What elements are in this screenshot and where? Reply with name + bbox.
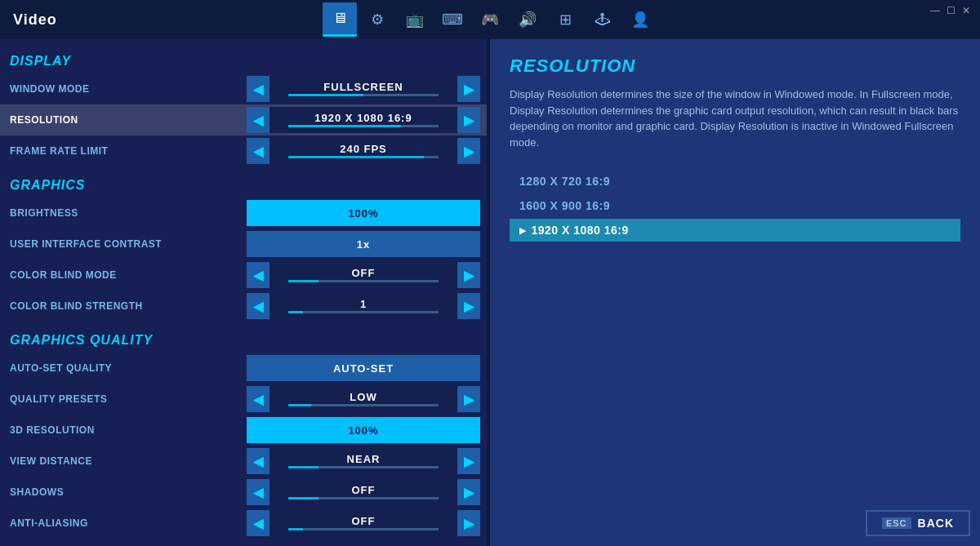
color-blind-strength-next[interactable]: ▶: [457, 293, 480, 319]
resolution-option-1[interactable]: 1600 X 900 16:9: [510, 194, 960, 217]
quality-presets-value-box: LOW: [270, 386, 457, 412]
color-blind-mode-value: OFF: [352, 268, 376, 278]
right-panel: RESOLUTION Display Resolution determines…: [490, 39, 980, 546]
shadows-label: SHADOWS: [10, 486, 247, 498]
color-blind-strength-prev[interactable]: ◀: [247, 293, 270, 319]
resolution-prev[interactable]: ◀: [247, 107, 270, 133]
anti-aliasing-control: ◀ OFF ▶: [247, 510, 480, 536]
shadows-next[interactable]: ▶: [457, 479, 480, 505]
setting-3d-resolution: 3D RESOLUTION 100%: [0, 415, 487, 446]
color-blind-mode-prev[interactable]: ◀: [247, 262, 270, 288]
anti-aliasing-value: OFF: [352, 516, 376, 526]
section-gfx-quality-header: GRAPHICS QUALITY: [0, 328, 487, 353]
back-button[interactable]: ESC BACK: [866, 510, 970, 536]
nav-display[interactable]: 📺: [398, 2, 432, 37]
resolution-value-box: 1920 X 1080 16:9: [270, 107, 457, 133]
resolution-label: RESOLUTION: [10, 114, 247, 126]
brightness-label: BRIGHTNESS: [10, 207, 247, 219]
setting-shadows: SHADOWS ◀ OFF ▶: [0, 477, 487, 508]
nav-gamepad[interactable]: 🕹: [586, 2, 620, 37]
setting-color-blind-mode: COLOR BLIND MODE ◀ OFF ▶: [0, 260, 487, 291]
minimize-button[interactable]: —: [930, 5, 940, 16]
window-mode-label: WINDOW MODE: [10, 83, 247, 95]
shadows-control: ◀ OFF ▶: [247, 479, 480, 505]
nav-audio[interactable]: 🔊: [510, 2, 545, 37]
resolution-next[interactable]: ▶: [457, 107, 480, 133]
quality-presets-prev[interactable]: ◀: [247, 386, 270, 412]
maximize-button[interactable]: ☐: [947, 5, 956, 16]
color-blind-strength-value-box: 1: [270, 293, 457, 319]
anti-aliasing-label: ANTI-ALIASING: [10, 517, 247, 529]
color-blind-strength-value: 1: [360, 299, 367, 309]
color-blind-strength-control: ◀ 1 ▶: [247, 293, 480, 319]
esc-label: ESC: [882, 517, 911, 529]
nav-keyboard[interactable]: ⌨: [435, 2, 470, 37]
setting-auto-quality: AUTO-SET QUALITY AUTO-SET: [0, 353, 487, 384]
close-button[interactable]: ✕: [962, 5, 970, 16]
setting-color-blind-strength: COLOR BLIND STRENGTH ◀ 1 ▶: [0, 291, 487, 322]
quality-presets-next[interactable]: ▶: [457, 386, 480, 412]
window-mode-value: FULLSCREEN: [323, 82, 403, 92]
resolution-panel-title: RESOLUTION: [510, 55, 960, 77]
quality-presets-label: QUALITY PRESETS: [10, 393, 247, 405]
frame-rate-next[interactable]: ▶: [457, 138, 480, 164]
color-blind-mode-next[interactable]: ▶: [457, 262, 480, 288]
left-panel: DISPLAY WINDOW MODE ◀ FULLSCREEN ▶ RESOL…: [0, 39, 490, 546]
view-distance-value-box: NEAR: [270, 448, 457, 474]
ui-contrast-label: USER INTERFACE CONTRAST: [10, 238, 247, 250]
window-controls: — ☐ ✕: [930, 5, 970, 16]
view-distance-control: ◀ NEAR ▶: [247, 448, 480, 474]
ui-contrast-control: 1x: [247, 231, 480, 257]
resolution-control: ◀ 1920 X 1080 16:9 ▶: [247, 107, 480, 133]
section-display-header: DISPLAY: [0, 49, 487, 73]
quality-presets-control: ◀ LOW ▶: [247, 386, 480, 412]
setting-frame-rate: FRAME RATE LIMIT ◀ 240 FPS ▶: [0, 135, 487, 166]
title-bar: Video 🖥 ⚙ 📺 ⌨ 🎮 🔊 ⊞ 🕹 👤 — ☐ ✕: [0, 0, 980, 39]
page-title: Video: [13, 11, 57, 29]
frame-rate-value: 240 FPS: [340, 144, 387, 154]
window-mode-next[interactable]: ▶: [457, 76, 480, 102]
frame-rate-value-box: 240 FPS: [270, 138, 457, 164]
view-distance-prev[interactable]: ◀: [247, 448, 270, 474]
nav-icons: 🖥 ⚙ 📺 ⌨ 🎮 🔊 ⊞ 🕹 👤: [323, 2, 657, 37]
setting-quality-presets: QUALITY PRESETS ◀ LOW ▶: [0, 384, 487, 415]
brightness-value[interactable]: 100%: [247, 200, 480, 226]
nav-monitor[interactable]: 🖥: [323, 2, 357, 37]
auto-quality-value[interactable]: AUTO-SET: [247, 355, 480, 381]
resolution-option-2[interactable]: 1920 X 1080 16:9: [510, 219, 960, 242]
nav-user[interactable]: 👤: [623, 2, 657, 37]
frame-rate-control: ◀ 240 FPS ▶: [247, 138, 480, 164]
shadows-prev[interactable]: ◀: [247, 479, 270, 505]
nav-network[interactable]: ⊞: [548, 2, 582, 37]
setting-view-distance: VIEW DISTANCE ◀ NEAR ▶: [0, 446, 487, 477]
brightness-control: 100%: [247, 200, 480, 226]
setting-ui-contrast: USER INTERFACE CONTRAST 1x: [0, 229, 487, 260]
setting-resolution: RESOLUTION ◀ 1920 X 1080 16:9 ▶: [0, 104, 487, 135]
setting-brightness: BRIGHTNESS 100%: [0, 198, 487, 229]
color-blind-mode-label: COLOR BLIND MODE: [10, 269, 247, 281]
resolution-panel-description: Display Resolution determines the size o…: [510, 87, 960, 150]
frame-rate-label: FRAME RATE LIMIT: [10, 145, 247, 157]
window-mode-value-box: FULLSCREEN: [270, 76, 457, 102]
3d-resolution-control: 100%: [247, 417, 480, 443]
color-blind-strength-label: COLOR BLIND STRENGTH: [10, 300, 247, 312]
setting-window-mode: WINDOW MODE ◀ FULLSCREEN ▶: [0, 73, 487, 104]
shadows-value-box: OFF: [270, 479, 457, 505]
window-mode-prev[interactable]: ◀: [247, 76, 270, 102]
ui-contrast-value[interactable]: 1x: [247, 231, 480, 257]
anti-aliasing-next[interactable]: ▶: [457, 510, 480, 536]
back-label: BACK: [918, 517, 954, 530]
resolution-value: 1920 X 1080 16:9: [314, 113, 412, 123]
view-distance-label: VIEW DISTANCE: [10, 455, 247, 467]
nav-controller[interactable]: 🎮: [473, 2, 507, 37]
3d-resolution-value[interactable]: 100%: [247, 417, 480, 443]
view-distance-next[interactable]: ▶: [457, 448, 480, 474]
setting-anti-aliasing: ANTI-ALIASING ◀ OFF ▶: [0, 508, 487, 539]
anti-aliasing-value-box: OFF: [270, 510, 457, 536]
main-content: DISPLAY WINDOW MODE ◀ FULLSCREEN ▶ RESOL…: [0, 39, 980, 546]
frame-rate-prev[interactable]: ◀: [247, 138, 270, 164]
quality-presets-value: LOW: [350, 392, 376, 402]
nav-gear[interactable]: ⚙: [360, 2, 394, 37]
anti-aliasing-prev[interactable]: ◀: [247, 510, 270, 536]
resolution-option-0[interactable]: 1280 X 720 16:9: [510, 170, 960, 193]
